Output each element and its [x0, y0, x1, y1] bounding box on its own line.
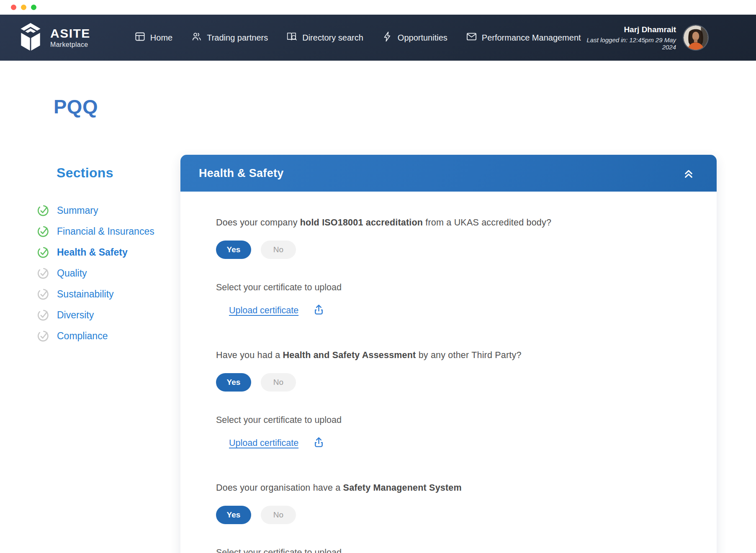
top-navbar: ASITE Marketplace Home	[0, 15, 756, 61]
upload-prompt: Select your certificate to upload	[216, 282, 700, 293]
nav-item-opportunities[interactable]: Opportunities	[382, 31, 447, 44]
primary-nav: Home Trading partners	[134, 31, 581, 44]
sidebar-section-label: Compliance	[57, 330, 108, 342]
main-content: PQQ Sections Summary Financial & Insuran…	[0, 95, 756, 553]
nav-label: Performance Management	[482, 33, 581, 43]
question-block: Does your company hold ISO18001 accredit…	[216, 218, 700, 317]
user-name: Harj Dhamrait	[581, 25, 676, 34]
sidebar-section-label: Financial & Insurances	[57, 226, 154, 237]
page-title: PQQ	[54, 95, 756, 118]
lightning-icon	[382, 31, 393, 44]
nav-item-home[interactable]: Home	[134, 31, 172, 44]
question-text: Does your organisation have a Safety Man…	[216, 483, 700, 493]
answer-toggle: Yes No	[216, 373, 700, 392]
panel-header[interactable]: Health & Safety	[180, 155, 717, 192]
double-chevron-up-icon[interactable]	[681, 166, 696, 180]
sidebar-item-health-safety[interactable]: Health & Safety	[37, 242, 180, 263]
upload-icon	[313, 304, 325, 317]
question-block: Does your organisation have a Safety Man…	[216, 483, 700, 553]
upload-certificate-link[interactable]: Upload certificate	[229, 305, 298, 316]
check-circle-icon	[37, 267, 50, 280]
sidebar-item-summary[interactable]: Summary	[37, 200, 180, 221]
sections-sidebar: Sections Summary Financial & Insurances	[37, 155, 180, 346]
yes-button[interactable]: Yes	[216, 506, 251, 524]
question-text: Have you had a Health and Safety Assessm…	[216, 350, 700, 361]
no-button[interactable]: No	[261, 373, 296, 392]
answer-toggle: Yes No	[216, 506, 700, 524]
answer-toggle: Yes No	[216, 241, 700, 259]
no-button[interactable]: No	[261, 506, 296, 524]
check-circle-icon	[37, 330, 50, 343]
sidebar-section-label: Sustainability	[57, 289, 114, 300]
sections-heading: Sections	[57, 165, 180, 181]
section-list: Summary Financial & Insurances Health & …	[37, 200, 180, 346]
check-circle-icon	[37, 246, 50, 259]
nav-item-performance-management[interactable]: Performance Management	[466, 31, 581, 44]
check-circle-icon	[37, 288, 50, 301]
yes-button[interactable]: Yes	[216, 241, 251, 259]
nav-label: Trading partners	[207, 33, 268, 43]
check-circle-icon	[37, 309, 50, 322]
sidebar-item-sustainability[interactable]: Sustainability	[37, 284, 180, 305]
window-minimize-button[interactable]	[21, 5, 26, 10]
sidebar-item-diversity[interactable]: Diversity	[37, 305, 180, 325]
question-block: Have you had a Health and Safety Assessm…	[216, 350, 700, 450]
envelope-icon	[466, 31, 477, 44]
check-circle-icon	[37, 225, 50, 238]
nav-item-trading-partners[interactable]: Trading partners	[191, 31, 268, 44]
question-text: Does your company hold ISO18001 accredit…	[216, 218, 700, 228]
window-titlebar	[0, 0, 756, 15]
health-safety-panel: Health & Safety Does your company hold I…	[180, 155, 717, 553]
upload-row: Upload certificate	[229, 436, 700, 450]
brand-logo[interactable]: ASITE Marketplace	[18, 23, 90, 53]
panel-title: Health & Safety	[199, 167, 284, 180]
app-window: ASITE Marketplace Home	[0, 0, 756, 553]
yes-button[interactable]: Yes	[216, 373, 251, 392]
trading-partners-icon	[191, 31, 202, 44]
sidebar-section-label: Summary	[57, 205, 98, 216]
directory-search-icon	[286, 31, 298, 44]
last-login-text: Last logged in: 12:45pm 29 May 2024	[581, 36, 676, 51]
avatar[interactable]	[684, 26, 708, 50]
sidebar-section-label: Health & Safety	[57, 247, 128, 258]
upload-row: Upload certificate	[229, 304, 700, 317]
home-icon	[134, 31, 146, 44]
no-button[interactable]: No	[261, 241, 296, 259]
user-info: Harj Dhamrait Last logged in: 12:45pm 29…	[581, 25, 708, 51]
nav-label: Opportunities	[398, 33, 447, 43]
panel-body: Does your company hold ISO18001 accredit…	[180, 192, 717, 553]
sidebar-section-label: Quality	[57, 268, 87, 279]
brand-name: ASITE	[50, 27, 90, 40]
sidebar-item-compliance[interactable]: Compliance	[37, 325, 180, 346]
nav-item-directory-search[interactable]: Directory search	[286, 31, 363, 44]
asite-cube-logo-icon	[18, 23, 44, 53]
nav-label: Home	[150, 33, 172, 43]
sidebar-item-financial-insurances[interactable]: Financial & Insurances	[37, 221, 180, 242]
check-circle-icon	[37, 204, 50, 217]
window-zoom-button[interactable]	[31, 5, 36, 10]
upload-prompt: Select your certificate to upload	[216, 415, 700, 425]
brand-subtitle: Marketplace	[50, 41, 90, 49]
upload-certificate-link[interactable]: Upload certificate	[229, 438, 298, 448]
nav-label: Directory search	[302, 33, 363, 43]
upload-icon	[313, 436, 325, 450]
sidebar-section-label: Diversity	[57, 310, 94, 321]
sidebar-item-quality[interactable]: Quality	[37, 263, 180, 284]
upload-prompt: Select your certificate to upload	[216, 548, 700, 553]
window-close-button[interactable]	[11, 5, 16, 10]
